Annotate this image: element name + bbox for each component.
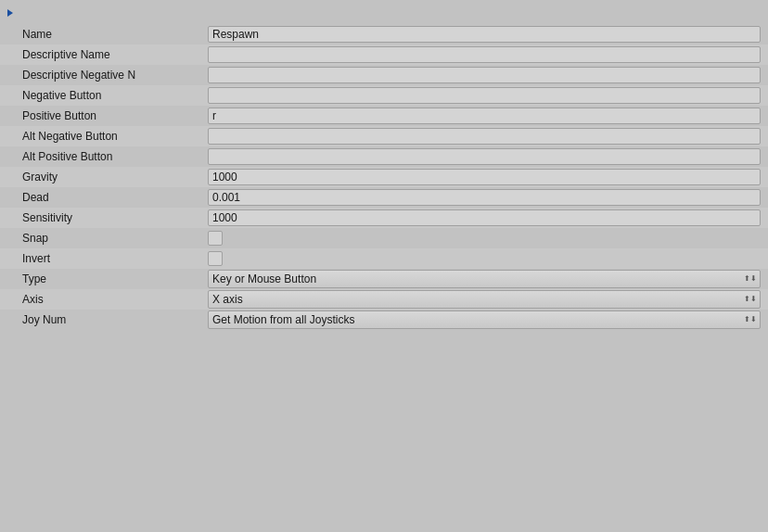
- label-descriptive-negative: Descriptive Negative N: [22, 69, 208, 82]
- row-dead: Dead: [0, 187, 768, 208]
- input-alt-positive-button[interactable]: [208, 148, 761, 165]
- input-name[interactable]: [208, 26, 761, 43]
- respawn-panel: NameDescriptive NameDescriptive Negative…: [0, 0, 768, 336]
- select-wrapper-joy-num: Get Motion from all JoysticksJoystick 1J…: [208, 310, 761, 329]
- row-axis: AxisX axisY axis3rd axis4th axis5th axis…: [0, 289, 768, 310]
- row-name: Name: [0, 24, 768, 44]
- row-descriptive-name: Descriptive Name: [0, 44, 768, 65]
- input-descriptive-name[interactable]: [208, 46, 761, 63]
- label-positive-button: Positive Button: [22, 109, 208, 122]
- label-descriptive-name: Descriptive Name: [22, 48, 208, 61]
- label-snap: Snap: [22, 232, 208, 245]
- row-gravity: Gravity: [0, 167, 768, 187]
- label-negative-button: Negative Button: [22, 89, 208, 102]
- label-alt-positive-button: Alt Positive Button: [22, 150, 208, 163]
- row-alt-negative-button: Alt Negative Button: [0, 126, 768, 146]
- input-alt-negative-button[interactable]: [208, 128, 761, 145]
- label-invert: Invert: [22, 252, 208, 265]
- row-alt-positive-button: Alt Positive Button: [0, 146, 768, 167]
- label-joy-num: Joy Num: [22, 313, 208, 326]
- row-sensitivity: Sensitivity: [0, 208, 768, 228]
- label-axis: Axis: [22, 293, 208, 306]
- label-alt-negative-button: Alt Negative Button: [22, 130, 208, 143]
- input-descriptive-negative[interactable]: [208, 67, 761, 83]
- row-snap: Snap: [0, 228, 768, 248]
- select-joy-num[interactable]: Get Motion from all JoysticksJoystick 1J…: [208, 310, 761, 329]
- input-dead[interactable]: [208, 189, 761, 206]
- row-descriptive-negative: Descriptive Negative N: [0, 65, 768, 85]
- label-gravity: Gravity: [22, 171, 208, 184]
- row-invert: Invert: [0, 248, 768, 269]
- input-gravity[interactable]: [208, 169, 761, 185]
- select-wrapper-axis: X axisY axis3rd axis4th axis5th axis6th …: [208, 290, 761, 309]
- row-joy-num: Joy NumGet Motion from all JoysticksJoys…: [0, 310, 768, 330]
- label-name: Name: [22, 28, 208, 41]
- checkbox-snap[interactable]: [208, 231, 223, 246]
- fields-container: NameDescriptive NameDescriptive Negative…: [0, 24, 768, 330]
- section-header[interactable]: [0, 6, 768, 20]
- select-axis[interactable]: X axisY axis3rd axis4th axis5th axis6th …: [208, 290, 761, 309]
- label-sensitivity: Sensitivity: [22, 211, 208, 224]
- label-dead: Dead: [22, 191, 208, 204]
- select-type[interactable]: Key or Mouse ButtonMouse MovementJoystic…: [208, 270, 761, 288]
- row-type: TypeKey or Mouse ButtonMouse MovementJoy…: [0, 269, 768, 289]
- collapse-triangle-icon: [7, 9, 13, 17]
- input-positive-button[interactable]: [208, 108, 761, 124]
- row-positive-button: Positive Button: [0, 106, 768, 126]
- input-sensitivity[interactable]: [208, 209, 761, 226]
- input-negative-button[interactable]: [208, 87, 761, 104]
- row-negative-button: Negative Button: [0, 85, 768, 106]
- checkbox-invert[interactable]: [208, 251, 223, 266]
- select-wrapper-type: Key or Mouse ButtonMouse MovementJoystic…: [208, 270, 761, 288]
- label-type: Type: [22, 272, 208, 285]
